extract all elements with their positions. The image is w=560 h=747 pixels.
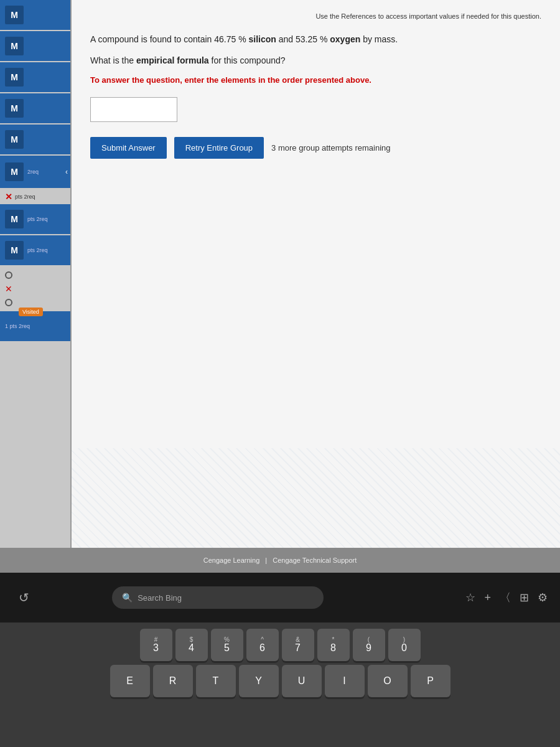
key-y[interactable]: Y	[239, 665, 279, 697]
question-instruction: To answer the question, enter the elemen…	[90, 75, 541, 85]
sidebar-item-2[interactable]: M	[0, 31, 70, 61]
oxygen-bold: oxygen	[330, 34, 360, 44]
refresh-icon[interactable]: ↺	[12, 586, 35, 609]
sidebar-item-3[interactable]: M	[0, 62, 70, 92]
radio-dot[interactable]	[5, 271, 12, 279]
sidebar-x-row: ✕	[0, 281, 70, 296]
grid-icon[interactable]: ⊞	[520, 591, 529, 604]
main-content-area: Use the References to access important v…	[72, 0, 560, 573]
sidebar-item-4[interactable]: M	[0, 93, 70, 123]
question-line-2: What is the empirical formula for this c…	[90, 54, 541, 67]
avatar-8: M	[5, 241, 24, 260]
key-e[interactable]: E	[110, 665, 150, 697]
visited-group: Visited ✕	[0, 269, 70, 309]
sidebar-pts-8: pts 2req	[27, 247, 48, 253]
avatar-5: M	[5, 130, 24, 149]
taskbar: ↺ 🔍 Search Bing ☆ + 〈 ⊞ ⚙	[0, 573, 560, 622]
avatar-1: M	[5, 6, 24, 24]
cengage-support-link[interactable]: Cengage Technical Support	[273, 557, 357, 564]
sidebar-dot-row: Visited	[0, 269, 70, 281]
avatar-7: M	[5, 210, 24, 228]
question-line-1: A compound is found to contain 46.75 % s…	[90, 32, 541, 46]
gear-icon[interactable]: ⚙	[538, 591, 548, 604]
key-o[interactable]: O	[368, 665, 408, 697]
footer-links: Cengage Learning | Cengage Technical Sup…	[203, 557, 357, 564]
x-marker: ✕	[5, 192, 12, 202]
sidebar-item-8[interactable]: M pts 2req	[0, 235, 70, 265]
cengage-learning-link[interactable]: Cengage Learning	[203, 557, 260, 564]
footer-separator: |	[265, 557, 267, 564]
key-9[interactable]: ( 9	[353, 629, 385, 661]
key-p[interactable]: P	[411, 665, 450, 697]
retry-button[interactable]: Retry Entire Group	[174, 137, 264, 159]
question-sidebar: M M M M M M	[0, 0, 72, 573]
reference-bar: Use the References to access important v…	[90, 12, 541, 20]
reference-text: Use the References to access important v…	[315, 12, 541, 20]
sidebar-pts-7: pts 2req	[27, 216, 48, 222]
x-mark-2: ✕	[5, 284, 12, 294]
sidebar-item-1[interactable]: M	[0, 0, 70, 30]
browser-window: M M M M M M	[0, 0, 560, 573]
attempts-remaining: 3 more group attempts remaining	[271, 143, 390, 153]
avatar-3: M	[5, 68, 24, 87]
plus-icon[interactable]: +	[484, 591, 491, 604]
sidebar-item-7[interactable]: M pts 2req	[0, 204, 70, 234]
chevron-left-icon: ‹	[65, 167, 68, 176]
key-row-letters: E R T Y U I O P	[12, 665, 548, 697]
visited-badge: Visited	[19, 308, 43, 316]
keyboard: # 3 $ 4 % 5 ^ 6 & 7 * 8 ( 9 ) 0	[0, 622, 560, 747]
empirical-bold: empirical formula	[136, 55, 209, 65]
avatar-6: M	[5, 162, 24, 181]
search-bar[interactable]: 🔍 Search Bing	[112, 586, 324, 609]
sidebar-item-6[interactable]: M 2req ‹	[0, 156, 70, 188]
search-text: Search Bing	[138, 593, 182, 603]
sidebar-label-x: pts 2req	[15, 194, 35, 200]
action-buttons: Submit Answer Retry Entire Group 3 more …	[90, 137, 541, 159]
search-icon: 🔍	[122, 593, 133, 603]
key-4[interactable]: $ 4	[175, 629, 208, 661]
silicon-bold: silicon	[249, 34, 276, 44]
key-5[interactable]: % 5	[211, 629, 243, 661]
key-3[interactable]: # 3	[140, 629, 172, 661]
key-6[interactable]: ^ 6	[246, 629, 279, 661]
sidebar-item-x: ✕ pts 2req	[0, 189, 70, 204]
key-7[interactable]: & 7	[282, 629, 314, 661]
key-r[interactable]: R	[153, 665, 193, 697]
key-i[interactable]: I	[325, 665, 365, 697]
avatar-4: M	[5, 99, 24, 118]
submit-button[interactable]: Submit Answer	[90, 137, 167, 159]
footer-bar: Cengage Learning | Cengage Technical Sup…	[0, 548, 560, 573]
sidebar-item-5[interactable]: M	[0, 125, 70, 154]
avatar-2: M	[5, 37, 24, 55]
key-u[interactable]: U	[282, 665, 322, 697]
sidebar-dot-row-2	[0, 296, 70, 309]
key-0[interactable]: ) 0	[388, 629, 421, 661]
sidebar-pts-6: 2req	[27, 169, 39, 175]
chevron-icon[interactable]: 〈	[500, 590, 511, 605]
radio-dot-2[interactable]	[5, 299, 12, 306]
content-inner: Use the References to access important v…	[90, 12, 541, 159]
key-8[interactable]: * 8	[317, 629, 350, 661]
key-row-numbers: # 3 $ 4 % 5 ^ 6 & 7 * 8 ( 9 ) 0	[12, 629, 548, 661]
key-t[interactable]: T	[196, 665, 236, 697]
answer-input[interactable]	[90, 97, 177, 122]
taskbar-right-icons: ☆ + 〈 ⊞ ⚙	[465, 590, 548, 605]
sidebar-pts-10: 1 pts 2req	[5, 323, 30, 329]
star-icon[interactable]: ☆	[465, 591, 475, 604]
